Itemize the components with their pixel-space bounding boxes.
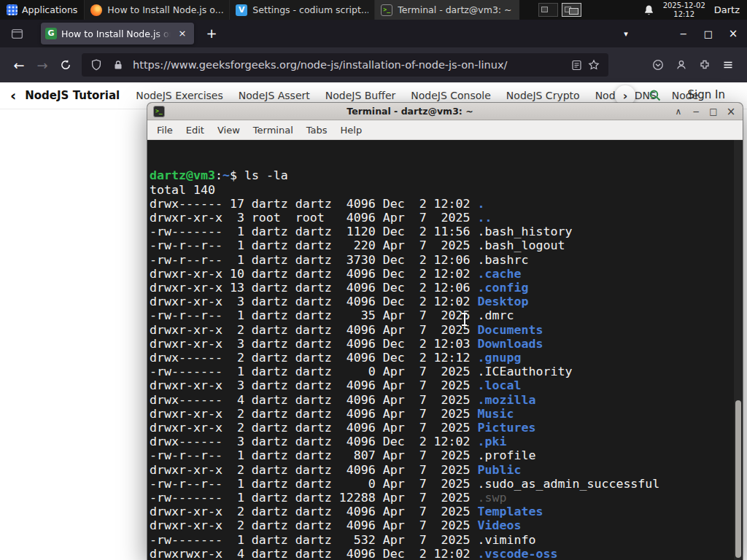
bell-icon: [643, 4, 654, 16]
prompt-user-host: dartz@vm3: [150, 168, 215, 182]
url-text[interactable]: https://www.geeksforgeeks.org/node-js/in…: [133, 59, 562, 71]
site-search-button[interactable]: [648, 89, 662, 104]
minimize-button[interactable]: −: [671, 23, 696, 44]
terminal-scrollbar-thumb[interactable]: [735, 400, 741, 558]
file-name: Videos: [478, 518, 522, 532]
terminal-shade-button[interactable]: ∧: [670, 104, 687, 120]
taskbar-item-codium[interactable]: Settings - codium script...: [229, 0, 374, 20]
back-button[interactable]: ←: [7, 53, 31, 77]
terminal-minimize-button[interactable]: −: [687, 104, 705, 120]
file-meta: drwxr-xr-x 2 dartz dartz 4096 Apr 7 2025: [150, 505, 478, 518]
file-meta: drwxr-xr-x 3 dartz dartz 4096 Dec 2 12:0…: [150, 337, 478, 351]
workspace-1[interactable]: [538, 3, 558, 17]
file-name: .local: [478, 378, 522, 392]
file-name: .dmrc: [478, 308, 514, 322]
reader-mode-icon: [571, 60, 582, 71]
applications-label: Applications: [22, 4, 77, 15]
extensions-puzzle-icon: [699, 59, 711, 71]
site-nav-link-4[interactable]: NodeJS Console: [411, 90, 491, 101]
terminal-scrollbar[interactable]: [734, 140, 743, 560]
workspace-switcher[interactable]: [538, 3, 581, 17]
file-meta: drwxr-xr-x 2 dartz dartz 4096 Apr 7 2025: [150, 323, 478, 337]
terminal-menu-view[interactable]: View: [211, 125, 247, 136]
user-menu[interactable]: Dartz: [714, 4, 740, 15]
navigation-toolbar: ← → https://www.geeksforgeeks.org/node-j…: [0, 47, 747, 82]
system-tray: 2025-12-02 12:12 Dartz: [538, 0, 747, 20]
list-all-tabs-button[interactable]: ▾: [617, 25, 635, 42]
file-name: .sudo_as_admin_successful: [478, 477, 660, 491]
terminal-line: -rw-r--r-- 1 dartz dartz 35 Apr 7 2025 .…: [150, 308, 743, 322]
firefox-view-button[interactable]: [7, 25, 26, 42]
bookmark-star-button[interactable]: [585, 56, 603, 74]
file-meta: drwx------ 4 dartz dartz 4096 Apr 7 2025: [150, 393, 478, 407]
file-name: .: [478, 197, 485, 211]
terminal-menu-terminal[interactable]: Terminal: [247, 125, 300, 136]
nav-scroll-left-button[interactable]: ‹: [10, 87, 16, 104]
file-meta: -rw------- 1 dartz dartz 0 Apr 7 2025: [150, 365, 478, 378]
terminal-close-button[interactable]: ×: [722, 104, 740, 120]
close-button[interactable]: ×: [721, 23, 746, 44]
browser-tab[interactable]: G How to Install Node.js on ×: [41, 23, 194, 44]
url-bar[interactable]: https://www.geeksforgeeks.org/node-js/in…: [82, 53, 608, 77]
reload-button[interactable]: [54, 53, 77, 77]
file-meta: drwxr-xr-x 2 dartz dartz 4096 Apr 7 2025: [150, 463, 478, 477]
file-name: .bashrc: [478, 253, 529, 267]
terminal-menu-bar: FileEditViewTerminalTabsHelp: [147, 120, 743, 140]
terminal-total-line: total 140: [150, 183, 743, 197]
reader-mode-button[interactable]: [568, 56, 585, 74]
terminal-line: drwxr-xr-x 2 dartz dartz 4096 Apr 7 2025…: [150, 407, 743, 421]
firefox-icon: [90, 4, 102, 16]
file-name: .ICEauthority: [478, 365, 573, 378]
clock[interactable]: 2025-12-02 12:12: [663, 1, 705, 18]
terminal-title-bar[interactable]: Terminal - dartz@vm3: ~ ∧ − □ ×: [147, 103, 743, 120]
clock-date: 2025-12-02: [663, 1, 705, 10]
site-nav-link-5[interactable]: NodeJS Crypto: [506, 90, 580, 101]
extensions-button[interactable]: [693, 53, 716, 77]
prompt-colon: :: [215, 168, 222, 182]
mini-window-icon: [541, 7, 548, 12]
terminal-maximize-button[interactable]: □: [705, 104, 722, 120]
terminal-line: drwxr-xr-x 2 dartz dartz 4096 Apr 7 2025…: [150, 421, 743, 435]
prompt-dollar: $: [230, 168, 244, 182]
file-meta: drwx------ 2 dartz dartz 4096 Dec 2 12:1…: [150, 351, 478, 365]
forward-button[interactable]: →: [31, 53, 54, 77]
terminal-menu-help[interactable]: Help: [334, 125, 369, 136]
lock-icon: [113, 60, 123, 70]
tab-close-button[interactable]: ×: [175, 26, 190, 41]
site-security-button[interactable]: [109, 56, 127, 74]
app-menu-button[interactable]: [716, 53, 740, 77]
file-name: Downloads: [478, 337, 543, 351]
file-name: .gnupg: [478, 351, 522, 365]
terminal-screen[interactable]: dartz@vm3:~$ ls -latotal 140drwx------ 1…: [147, 140, 743, 560]
file-meta: drwx------ 17 dartz dartz 4096 Dec 2 12:…: [150, 197, 478, 211]
new-tab-button[interactable]: +: [201, 23, 222, 44]
terminal-menu-file[interactable]: File: [150, 125, 179, 136]
file-name: Music: [478, 407, 514, 421]
file-meta: drwxr-xr-x 2 dartz dartz 4096 Apr 7 2025: [150, 518, 478, 532]
tab-bar: G How to Install Node.js on × + ▾ − □ ×: [0, 20, 747, 47]
pocket-button[interactable]: [646, 53, 670, 77]
site-nav-link-1[interactable]: NodeJS Exercises: [136, 90, 223, 101]
sign-in-button[interactable]: Sign In: [688, 88, 725, 101]
terminal-line: drwx------ 4 dartz dartz 4096 Apr 7 2025…: [150, 393, 743, 407]
terminal-line: -rw-r--r-- 1 dartz dartz 807 Apr 7 2025 …: [150, 448, 743, 462]
site-nav-link-3[interactable]: NodeJS Buffer: [325, 90, 396, 101]
account-icon: [676, 59, 687, 71]
applications-menu[interactable]: Applications: [0, 0, 84, 20]
account-button[interactable]: [670, 53, 693, 77]
terminal-line: drwx------ 2 dartz dartz 4096 Dec 2 12:1…: [150, 351, 743, 365]
terminal-menu-edit[interactable]: Edit: [179, 125, 211, 136]
file-name: .swp: [478, 491, 507, 505]
site-nav-link-2[interactable]: NodeJS Assert: [239, 90, 310, 101]
tracking-protection-button[interactable]: [88, 56, 105, 74]
maximize-button[interactable]: □: [696, 23, 721, 44]
taskbar-item-firefox[interactable]: How to Install Node.js o...: [84, 0, 229, 20]
workspace-2-active[interactable]: [562, 3, 581, 17]
terminal-line: drwxr-xr-x 3 root root 4096 Apr 7 2025 .…: [150, 211, 743, 225]
notifications-button[interactable]: [640, 0, 659, 20]
terminal-line: drwx------ 17 dartz dartz 4096 Dec 2 12:…: [150, 197, 743, 211]
terminal-menu-tabs[interactable]: Tabs: [300, 125, 334, 136]
site-nav-active-item[interactable]: NodeJS Tutorial: [25, 89, 120, 102]
taskbar-item-terminal[interactable]: Terminal - dartz@vm3: ~: [374, 0, 519, 20]
file-name: .bash_logout: [478, 238, 565, 252]
